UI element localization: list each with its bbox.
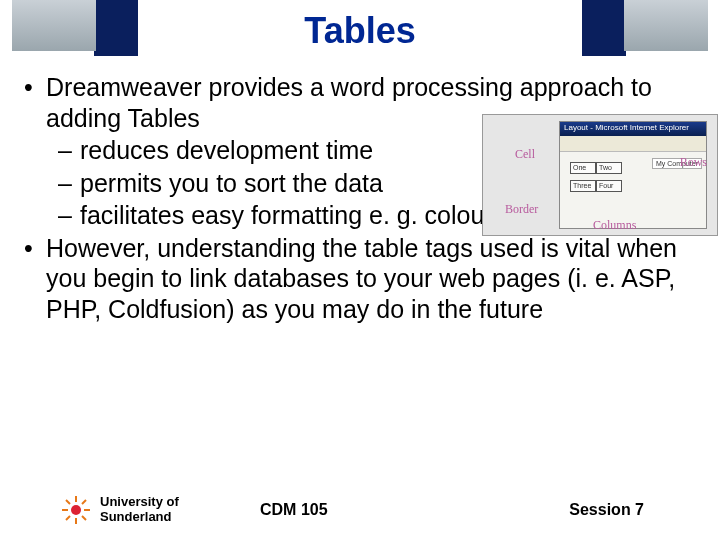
uni-line2: Sunderland (100, 509, 172, 524)
svg-point-0 (71, 505, 81, 515)
bullet-item: • However, understanding the table tags … (18, 233, 702, 325)
annotation-border: Border (505, 202, 538, 217)
annotation-rows: Rows (680, 155, 707, 170)
bullet-marker: • (18, 72, 46, 133)
uni-line1: University of (100, 494, 179, 509)
header-photo-left (12, 0, 138, 56)
university-logo: University of Sunderland (60, 494, 179, 526)
slide-header: Tables (0, 0, 720, 66)
mock-cell: One (570, 162, 596, 174)
course-code: CDM 105 (260, 501, 328, 519)
dash-marker: – (58, 200, 80, 231)
sun-icon (60, 494, 92, 526)
slide-footer: University of Sunderland CDM 105 Session… (0, 488, 720, 532)
svg-line-8 (82, 500, 86, 504)
svg-line-7 (66, 516, 70, 520)
bullet-marker: • (18, 233, 46, 325)
mock-cell: Two (596, 162, 622, 174)
slide-title: Tables (304, 10, 415, 52)
mock-window: Layout - Microsoft Internet Explorer One… (559, 121, 707, 229)
header-photo-right (582, 0, 708, 56)
university-name: University of Sunderland (100, 495, 179, 525)
svg-line-5 (66, 500, 70, 504)
svg-line-6 (82, 516, 86, 520)
mock-cell: Four (596, 180, 622, 192)
session-label: Session 7 (569, 501, 644, 519)
mock-window-title: Layout - Microsoft Internet Explorer (560, 122, 706, 136)
dash-marker: – (58, 168, 80, 199)
dash-marker: – (58, 135, 80, 166)
mock-table-grid: OneTwo ThreeFour (570, 162, 628, 202)
annotation-cell: Cell (515, 147, 535, 162)
annotation-columns: Columns (593, 218, 636, 233)
mock-cell: Three (570, 180, 596, 192)
mock-toolbar (560, 136, 706, 152)
table-illustration: Layout - Microsoft Internet Explorer One… (482, 114, 718, 236)
bullet-text: However, understanding the table tags us… (46, 233, 702, 325)
